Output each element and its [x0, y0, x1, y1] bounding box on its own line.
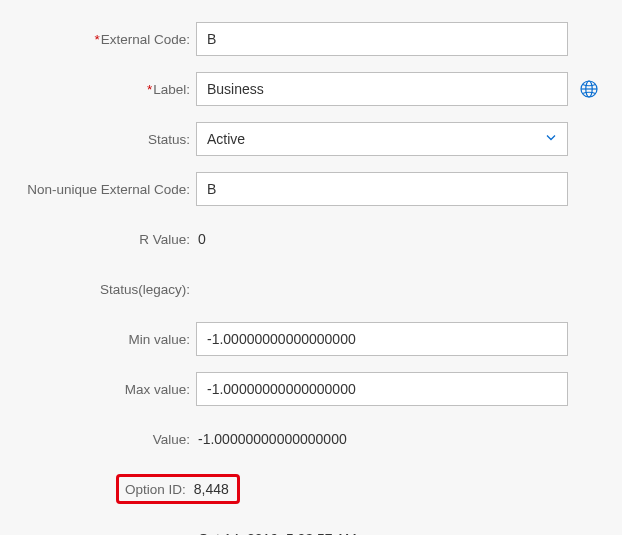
non-unique-external-code-input[interactable]: [196, 172, 568, 206]
row-max-value: Max value:: [0, 372, 622, 406]
input-col: [196, 22, 568, 56]
label-input[interactable]: [196, 72, 568, 106]
input-col: -1.00000000000000000: [196, 431, 347, 447]
row-r-value: R Value: 0: [0, 222, 622, 256]
r-value-text: 0: [196, 231, 206, 247]
label-status: Status:: [0, 132, 196, 147]
label-last-modified-date: Last Modified Date:: [0, 532, 196, 536]
row-status-legacy: Status(legacy):: [0, 272, 622, 306]
input-col: [196, 372, 568, 406]
globe-icon: [580, 80, 598, 98]
form-container: *External Code: *Label: Status:: [0, 0, 622, 535]
row-non-unique-external-code: Non-unique External Code:: [0, 172, 622, 206]
external-code-input[interactable]: [196, 22, 568, 56]
label-value: Value:: [0, 432, 196, 447]
input-col: Oct 14, 2019, 5:03:57 AM: [196, 531, 357, 535]
globe-translate-button[interactable]: [580, 80, 598, 98]
row-status: Status: Active: [0, 122, 622, 156]
option-id-text: 8,448: [192, 481, 229, 497]
status-selected-value: Active: [207, 131, 245, 147]
required-asterisk: *: [147, 82, 152, 97]
row-value: Value: -1.00000000000000000: [0, 422, 622, 456]
min-value-input[interactable]: [196, 322, 568, 356]
label-min-value: Min value:: [0, 332, 196, 347]
required-asterisk: *: [94, 32, 99, 47]
row-label: *Label:: [0, 72, 622, 106]
label-external-code: *External Code:: [0, 32, 196, 47]
label-max-value: Max value:: [0, 382, 196, 397]
value-text: -1.00000000000000000: [196, 431, 347, 447]
input-col: 0: [196, 231, 206, 247]
input-col: [196, 281, 198, 297]
row-external-code: *External Code:: [0, 22, 622, 56]
label-option-id: Option ID:: [125, 482, 186, 497]
status-legacy-text: [196, 281, 198, 297]
status-select-wrap: Active: [196, 122, 568, 156]
option-id-highlight: Option ID: 8,448: [116, 474, 240, 504]
max-value-input[interactable]: [196, 372, 568, 406]
label-status-legacy: Status(legacy):: [0, 282, 196, 297]
row-last-modified-date: Last Modified Date: Oct 14, 2019, 5:03:5…: [0, 522, 622, 535]
input-col: [196, 322, 568, 356]
label-r-value: R Value:: [0, 232, 196, 247]
row-min-value: Min value:: [0, 322, 622, 356]
input-col: [196, 72, 568, 106]
last-modified-date-text: Oct 14, 2019, 5:03:57 AM: [196, 531, 357, 535]
input-col: Active: [196, 122, 568, 156]
input-col: [196, 172, 568, 206]
label-label: *Label:: [0, 82, 196, 97]
status-select[interactable]: Active: [196, 122, 568, 156]
label-non-unique-external-code: Non-unique External Code:: [0, 182, 196, 197]
row-option-id: Option ID: 8,448: [122, 472, 622, 506]
